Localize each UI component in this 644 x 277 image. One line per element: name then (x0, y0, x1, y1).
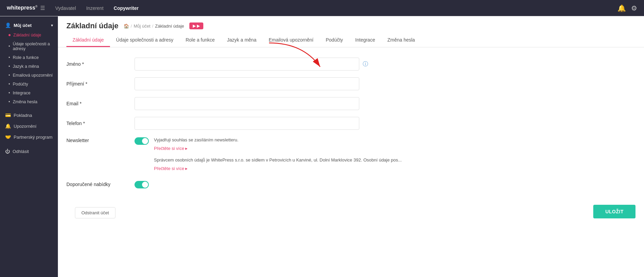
jmeno-input[interactable] (135, 58, 359, 71)
page-header: Základní údaje 🏠 / Můj účet / Základní ú… (58, 16, 644, 47)
tab-zmena-hesla[interactable]: Změna hesla (381, 34, 421, 47)
settings-icon[interactable]: ⚙ (631, 4, 637, 12)
main-content: Základní údaje 🏠 / Můj účet / Základní ú… (58, 16, 644, 277)
doporucene-label: Doporučené nabídky (66, 182, 135, 187)
sidebar-item-odhlasit[interactable]: ⏻ Odhlásit (0, 146, 58, 157)
breadcrumb-myaccount[interactable]: Můj účet (133, 24, 150, 29)
sidebar-item-poducky[interactable]: • Podúčty (3, 80, 58, 89)
top-nav: whitepress® ☰ Vydavatel Inzerent Copywri… (0, 0, 644, 16)
sidebar-item-udaje-spolecnosti[interactable]: • Údaje společnosti a adresy (3, 40, 58, 53)
sidebar-item-partnersky[interactable]: 🤝 Partnerský program (0, 132, 58, 142)
sidebar-item-role[interactable]: • Role a funkce (3, 53, 58, 62)
sidebar-item-emailova[interactable]: • Emailová upozornění (3, 71, 58, 80)
telefon-label: Telefon * (66, 121, 135, 126)
sidebar-item-jazyk[interactable]: • Jazyk a měna (3, 62, 58, 71)
top-nav-links: Vydavatel Inzerent Copywriter (55, 5, 617, 11)
sidebar: 👤 Můj účet ▾ Základní údaje • Údaje spol… (0, 16, 58, 277)
form-row-newsletter: Newsletter Vyjadřuji souhlas se zasílání… (66, 137, 635, 173)
notification-icon[interactable]: 🔔 (617, 4, 626, 12)
breadcrumb: 🏠 / Můj účet / Základní údaje (124, 24, 184, 29)
newsletter-read-more-1[interactable]: Přečtěte si více ▸ (154, 146, 188, 151)
sidebar-section-myaccount: 👤 Můj účet ▾ Základní údaje • Údaje spol… (0, 20, 58, 106)
breadcrumb-sep1: / (131, 24, 132, 29)
breadcrumb-current: Základní údaje (155, 24, 184, 29)
tab-emailova[interactable]: Emailová upozornění (263, 34, 320, 47)
newsletter-text: Vyjadřuji souhlas se zasíláním newslette… (154, 137, 402, 173)
help-icon[interactable]: ⓘ (363, 61, 368, 68)
chevron-down-icon: ▾ (51, 24, 53, 27)
nav-copywriter[interactable]: Copywriter (114, 5, 139, 11)
sidebar-item-zmena-hesla[interactable]: • Změna hesla (3, 97, 58, 106)
sidebar-my-account[interactable]: 👤 Můj účet ▾ (0, 20, 58, 31)
save-button[interactable]: ULOŽIT (593, 205, 635, 218)
partner-icon: 🤝 (5, 134, 11, 140)
email-input[interactable] (135, 97, 359, 110)
tab-jazyk-mena[interactable]: Jazyk a měna (221, 34, 263, 47)
prijmeni-label: Příjmení * (66, 81, 135, 87)
form-row-prijmeni: Příjmení * (66, 77, 635, 90)
bullet-icon: • (9, 91, 10, 95)
newsletter-toggle-wrapper: Vyjadřuji souhlas se zasíláním newslette… (135, 137, 402, 173)
telefon-input[interactable] (135, 117, 359, 130)
hamburger-icon[interactable]: ☰ (40, 5, 45, 11)
form-row-jmeno: Jméno * ⓘ (66, 58, 635, 71)
sidebar-item-zakladni-udaje[interactable]: Základní údaje (3, 31, 58, 40)
tabs: Základní údaje Údaje společnosti a adres… (66, 34, 635, 47)
pokladna-icon: 💳 (5, 112, 11, 118)
bullet-icon: • (9, 99, 10, 104)
home-icon[interactable]: 🏠 (124, 24, 129, 29)
delete-account-button[interactable]: Odstranit účet (75, 207, 115, 218)
top-nav-icons: 🔔 ⚙ (617, 4, 637, 12)
page-title: Základní údaje (66, 21, 119, 30)
bullet-icon: • (9, 64, 10, 69)
nav-inzerent[interactable]: Inzerent (86, 5, 104, 11)
prijmeni-input[interactable] (135, 77, 359, 90)
newsletter-toggle[interactable] (135, 137, 149, 145)
tab-role-funkce[interactable]: Role a funkce (179, 34, 221, 47)
email-label: Email * (66, 101, 135, 106)
bullet-icon: • (9, 55, 10, 60)
user-icon: 👤 (5, 22, 11, 28)
bell-icon: 🔔 (5, 123, 11, 129)
page-title-row: Základní údaje 🏠 / Můj účet / Základní ú… (66, 21, 635, 30)
active-dot (9, 34, 11, 36)
form-row-email: Email * (66, 97, 635, 110)
bullet-icon: • (9, 44, 10, 49)
tab-udaje-spolecnosti[interactable]: Údaje společnosti a adresy (110, 34, 179, 47)
sidebar-item-integrace[interactable]: • Integrace (3, 89, 58, 97)
sidebar-item-upozorneni[interactable]: 🔔 Upozornění (0, 121, 58, 132)
form-area: Jméno * ⓘ Příjmení * Email * Telefon * N… (58, 47, 644, 277)
tab-zakladni-udaje[interactable]: Základní údaje (66, 34, 110, 47)
sidebar-item-pokladna[interactable]: 💳 Pokladna (0, 110, 58, 121)
logo: whitepress® (7, 5, 37, 11)
youtube-button[interactable]: ▶ (189, 22, 203, 29)
logout-icon: ⏻ (5, 149, 10, 154)
tab-poducky[interactable]: Podúčty (319, 34, 349, 47)
sidebar-sub-myaccount: Základní údaje • Údaje společnosti a adr… (0, 31, 58, 106)
tab-integrace[interactable]: Integrace (349, 34, 381, 47)
breadcrumb-sep2: / (152, 24, 154, 29)
bullet-icon: • (9, 73, 10, 78)
form-row-telefon: Telefon * (66, 117, 635, 130)
newsletter-read-more-2[interactable]: Přečtěte si více ▸ (154, 166, 188, 171)
nav-vydavatel[interactable]: Vydavatel (55, 5, 76, 11)
bullet-icon: • (9, 82, 10, 87)
jmeno-label: Jméno * (66, 61, 135, 67)
form-row-doporucene: Doporučené nabídky (66, 180, 635, 188)
doporucene-toggle[interactable] (135, 181, 149, 188)
newsletter-label: Newsletter (66, 137, 135, 143)
